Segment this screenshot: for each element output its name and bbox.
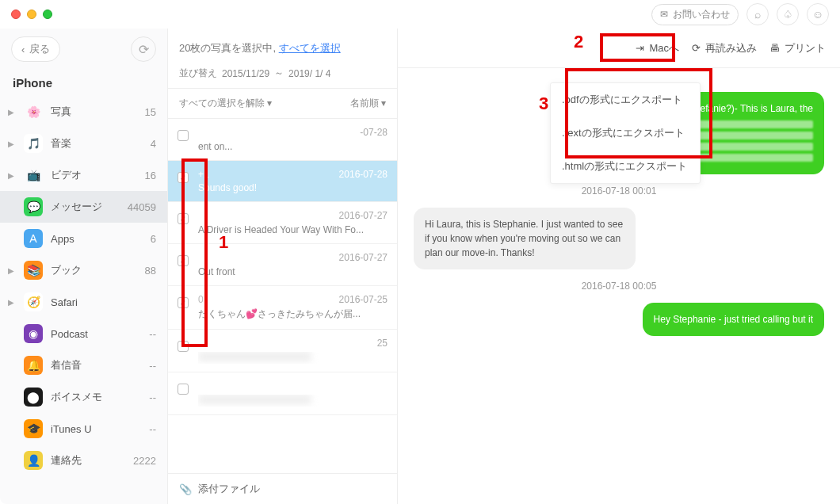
timestamp: 2016-07-18 00:05 bbox=[582, 281, 657, 292]
date-to[interactable]: 2019/ 1/ 4 bbox=[288, 68, 330, 79]
window-maximize[interactable] bbox=[43, 10, 52, 19]
export-icon: ⇥ bbox=[636, 42, 644, 54]
sidebar-item-label: Safari bbox=[51, 296, 78, 308]
chevron-right-icon: ▶ bbox=[8, 298, 16, 307]
chevron-right-icon: ▶ bbox=[8, 266, 16, 275]
checkbox[interactable] bbox=[178, 130, 189, 141]
message-preview bbox=[198, 352, 388, 364]
device-label: iPhone bbox=[0, 70, 167, 96]
sidebar-item-count: -- bbox=[149, 391, 156, 403]
sidebar-item-label: ボイスメモ bbox=[51, 390, 102, 404]
traffic-lights bbox=[11, 10, 52, 19]
sidebar-item-label: ビデオ bbox=[51, 168, 82, 182]
deselect-all-link[interactable]: すべての選択を解除 ▾ bbox=[179, 97, 272, 110]
back-button[interactable]: ‹ 戻る bbox=[11, 36, 60, 62]
checkbox[interactable] bbox=[178, 384, 189, 395]
message-text: Hi Laura, this is Stephanie. I just want… bbox=[425, 219, 623, 258]
sidebar-item-icon: 👤 bbox=[24, 451, 43, 470]
sidebar-item[interactable]: ▶📚ブック88 bbox=[0, 254, 167, 286]
chevron-down-icon: ▾ bbox=[381, 97, 386, 109]
sidebar-item[interactable]: 🎓iTunes U-- bbox=[0, 413, 167, 445]
message-list-item[interactable]: ✓+12016-07-28Sounds good! bbox=[168, 161, 397, 202]
message-title: 0 bbox=[198, 294, 204, 305]
sidebar-item-count: -- bbox=[149, 360, 156, 372]
sidebar-item-label: iTunes U bbox=[51, 423, 92, 435]
attachments-row[interactable]: 📎 添付ファイル bbox=[168, 473, 397, 504]
reload-button[interactable]: ⟳ 再読み込み bbox=[692, 41, 757, 55]
print-icon: 🖶 bbox=[769, 42, 780, 54]
attachments-label: 添付ファイル bbox=[198, 482, 260, 496]
sidebar-item[interactable]: ▶🧭Safari bbox=[0, 286, 167, 318]
sidebar-item-count: 15 bbox=[145, 106, 156, 118]
sidebar-item-count: 16 bbox=[145, 170, 156, 181]
sidebar-item-icon: ◉ bbox=[24, 324, 43, 343]
user-icon[interactable]: ☺ bbox=[807, 3, 829, 25]
date-sep: ～ bbox=[274, 67, 284, 80]
sidebar-item[interactable]: ▶📺ビデオ16 bbox=[0, 159, 167, 191]
export-option[interactable]: .textの形式にエクスポート bbox=[551, 116, 700, 150]
sidebar-item[interactable]: 💬メッセージ44059 bbox=[0, 191, 167, 223]
sidebar-item-label: 音楽 bbox=[51, 136, 71, 151]
message-preview: A Driver is Headed Your Way With Fo... bbox=[198, 224, 388, 235]
sidebar-item[interactable]: ⬤ボイスメモ-- bbox=[0, 381, 167, 413]
timestamp: 2016-07-18 00:01 bbox=[582, 185, 657, 197]
sidebar-item[interactable]: 🔔着信音-- bbox=[0, 349, 167, 381]
date-from[interactable]: 2015/11/29 bbox=[222, 68, 269, 79]
export-option[interactable]: .pdfの形式にエクスポート bbox=[551, 83, 700, 116]
checkbox[interactable] bbox=[178, 341, 189, 352]
sidebar-item-icon: 💬 bbox=[24, 197, 43, 216]
message-date: 2016-07-27 bbox=[339, 210, 388, 222]
sidebar-item[interactable]: ▶🎵音楽4 bbox=[0, 128, 167, 159]
conversation-toolbar: ⇥ Macへ ⟳ 再読み込み 🖶 プリント bbox=[398, 29, 840, 68]
message-list-item[interactable]: ✓2016-07-27A Driver is Headed Your Way W… bbox=[168, 202, 397, 244]
chevron-down-icon: ▾ bbox=[267, 97, 272, 109]
sidebar-item-icon: 🌸 bbox=[24, 102, 43, 121]
message-text: Hey Stephanie - just tried calling but i… bbox=[654, 314, 813, 325]
refresh-icon: ⟳ bbox=[139, 42, 149, 57]
sidebar-item-icon: A bbox=[24, 229, 43, 248]
message-list-item[interactable]: ✓02016-07-25たくちゃん💕さっきたみちゃんが届... bbox=[168, 286, 397, 330]
bell-icon[interactable]: ♤ bbox=[777, 3, 799, 25]
message-list-item[interactable]: ✓2016-07-27Out front bbox=[168, 244, 397, 286]
export-option[interactable]: .htmlの形式にエクスポート bbox=[551, 150, 700, 183]
sidebar-item[interactable]: ◉Podcast-- bbox=[0, 318, 167, 349]
sidebar-item-count: 2222 bbox=[133, 455, 156, 467]
message-date: 2016-07-25 bbox=[339, 294, 388, 305]
sidebar-item-count: 6 bbox=[151, 233, 156, 245]
message-list-item[interactable] bbox=[168, 372, 397, 415]
message-preview: Out front bbox=[198, 266, 388, 277]
window-minimize[interactable] bbox=[27, 10, 36, 19]
checkbox[interactable]: ✓ bbox=[178, 297, 189, 308]
message-preview: ent on... bbox=[198, 141, 388, 152]
sidebar-item-label: 着信音 bbox=[51, 358, 82, 372]
message-preview bbox=[198, 395, 388, 407]
sidebar-item-count: 44059 bbox=[128, 201, 156, 213]
checkbox[interactable]: ✓ bbox=[178, 213, 189, 224]
message-list-item[interactable]: -07-28ent on... bbox=[168, 119, 397, 161]
sidebar-item[interactable]: AApps6 bbox=[0, 223, 167, 254]
message-date: -07-28 bbox=[360, 127, 388, 139]
refresh-button[interactable]: ⟳ bbox=[131, 36, 156, 62]
checkbox[interactable]: ✓ bbox=[178, 172, 189, 183]
print-button[interactable]: 🖶 プリント bbox=[769, 41, 826, 55]
selection-row: 20枚の写真を選択中, すべてを選択 bbox=[168, 29, 397, 63]
sidebar-item[interactable]: ▶🌸写真15 bbox=[0, 96, 167, 128]
message-list-item[interactable]: 25 bbox=[168, 330, 397, 372]
message-preview: Sounds good! bbox=[198, 182, 388, 193]
contact-button[interactable]: ✉ お問い合わせ bbox=[651, 4, 739, 25]
message-date: 2016-07-27 bbox=[339, 252, 388, 264]
message-title: +1 bbox=[198, 169, 209, 180]
sidebar-item-count: -- bbox=[149, 423, 156, 435]
window-close[interactable] bbox=[11, 10, 21, 19]
sidebar-item-label: 写真 bbox=[51, 105, 71, 119]
checkbox[interactable]: ✓ bbox=[178, 255, 189, 266]
sort-name-dropdown[interactable]: 名前順 ▾ bbox=[350, 97, 386, 110]
message-bubble-in: Hi Laura, this is Stephanie. I just want… bbox=[414, 208, 636, 269]
export-mac-button[interactable]: ⇥ Macへ bbox=[636, 41, 679, 55]
search-icon[interactable]: ⌕ bbox=[746, 3, 769, 25]
sidebar-item-icon: 🔔 bbox=[24, 356, 43, 375]
message-date: 25 bbox=[377, 338, 388, 349]
sidebar-item[interactable]: 👤連絡先2222 bbox=[0, 445, 167, 476]
select-all-link[interactable]: すべてを選択 bbox=[279, 42, 341, 54]
chevron-right-icon: ▶ bbox=[8, 171, 16, 180]
